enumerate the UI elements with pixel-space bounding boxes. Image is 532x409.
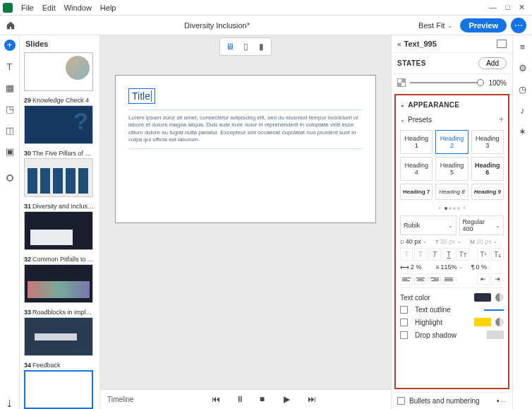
animation-icon[interactable]: ◷ [517, 83, 528, 95]
add-state-button[interactable]: Add [478, 57, 507, 69]
bullets-checkbox[interactable] [397, 397, 405, 405]
style-regular[interactable]: T [400, 248, 413, 261]
shadow-swatch[interactable] [487, 331, 504, 339]
opacity-value: 100% [488, 79, 507, 87]
preset-heading-6[interactable]: Heading 6 [471, 157, 504, 181]
line-height[interactable]: ≡115%⌄ [435, 263, 468, 271]
preset-heading-8[interactable]: Heading 8 [435, 184, 468, 200]
font-family-select[interactable]: Rubik⌄ [400, 215, 457, 235]
back-icon[interactable]: « [397, 40, 401, 48]
more-button[interactable]: ⋯ [511, 18, 526, 33]
size-tablet[interactable]: T38 px⌄ [435, 238, 469, 245]
preset-pager[interactable]: ‹› [400, 203, 504, 213]
preset-heading-9[interactable]: Heading 9 [471, 184, 504, 200]
menu-edit[interactable]: Edit [38, 4, 60, 12]
slide-thumb[interactable]: 32Common Pitfalls to Avoid [24, 256, 95, 303]
record-icon[interactable] [4, 172, 16, 184]
highlight-label: Highlight [415, 319, 470, 326]
highlight-checkbox[interactable] [400, 319, 408, 326]
home-icon[interactable] [6, 20, 16, 30]
stop-icon[interactable]: ■ [260, 394, 271, 405]
preset-heading-7[interactable]: Heading 7 [400, 184, 433, 200]
align-center[interactable] [414, 273, 427, 285]
preset-heading-4[interactable]: Heading 4 [400, 157, 433, 181]
slide-thumb[interactable] [24, 52, 95, 91]
slide-thumb[interactable]: 30The Five Pillars of DEI [24, 150, 95, 197]
components-icon[interactable]: ▣ [4, 146, 16, 157]
indent-decrease-icon[interactable]: ⇤ [477, 273, 490, 285]
text-tool-icon[interactable]: T [4, 61, 16, 72]
align-left[interactable] [400, 273, 413, 285]
bullets-icon [497, 398, 507, 405]
export-icon[interactable]: ⤓ [4, 398, 16, 409]
indent-increase-icon[interactable]: ⇥ [491, 273, 504, 285]
app-logo [3, 3, 13, 13]
desktop-view-icon[interactable]: 🖥 [222, 40, 238, 53]
title-text-frame[interactable]: Title [128, 88, 155, 104]
skip-fwd-icon[interactable]: ⏭ [308, 394, 319, 405]
letter-spacing[interactable]: ⟷2 % [400, 263, 433, 271]
menu-window[interactable]: Window [60, 4, 96, 12]
add-icon[interactable]: + [4, 40, 16, 51]
highlight-opacity-icon[interactable] [495, 318, 504, 326]
slide-thumb[interactable]: 31Diversity and Inclusion Bes... [24, 203, 95, 250]
font-weight-select[interactable]: Regular 400⌄ [459, 215, 504, 235]
maximize-icon[interactable]: □ [505, 3, 510, 12]
style-bold[interactable]: T [414, 248, 427, 261]
bullets-row[interactable]: Bullets and numbering [392, 392, 512, 409]
skip-back-icon[interactable]: ⏮ [212, 394, 223, 405]
text-color-swatch[interactable] [474, 293, 491, 302]
paragraph-spacing[interactable]: ¶0 % [471, 263, 504, 271]
style-italic[interactable]: T [428, 248, 441, 261]
menu-file[interactable]: File [17, 4, 38, 12]
accessibility-icon[interactable]: ✶ [517, 126, 528, 137]
shadow-checkbox[interactable] [400, 331, 408, 339]
widget-tool-icon[interactable]: ◫ [4, 124, 16, 136]
opacity-slider[interactable] [410, 82, 484, 83]
play-pause-icon[interactable]: ⏸ [236, 394, 247, 405]
media-tool-icon[interactable]: ▦ [4, 82, 16, 93]
interactions-icon[interactable]: ⚙ [517, 62, 528, 73]
preset-heading-2[interactable]: Heading 2 [435, 130, 468, 154]
superscript-icon[interactable]: T¹ [477, 248, 490, 261]
slide-thumb[interactable]: 29Knowledge Check 4 [24, 97, 95, 144]
subscript-icon[interactable]: T₁ [491, 248, 504, 261]
opacity-row: 100% [392, 74, 512, 91]
text-outline-checkbox[interactable] [400, 306, 408, 314]
properties-panel: « Text_995 STATES Add 100% ⌄APPEARANCE ⌄… [391, 35, 512, 409]
mobile-view-icon[interactable]: ▮ [253, 40, 269, 53]
align-right[interactable] [428, 273, 441, 285]
left-tool-rail: + T ▦ ◳ ◫ ▣ ⤓ [0, 35, 20, 409]
timeline-label: Timeline [107, 396, 133, 403]
shape-tool-icon[interactable]: ◳ [4, 103, 16, 114]
tablet-view-icon[interactable]: ▯ [238, 40, 253, 53]
size-mobile[interactable]: M20 px⌄ [470, 238, 504, 245]
close-icon[interactable]: ✕ [519, 3, 525, 12]
chevron-down-icon[interactable]: ⌄ [447, 22, 453, 29]
style-underline[interactable]: T [442, 248, 455, 261]
text-color-opacity-icon[interactable] [495, 293, 504, 302]
preset-heading-1[interactable]: Heading 1 [400, 130, 433, 154]
slide-thumb[interactable]: 33Roadblocks in implementi... [24, 309, 95, 356]
minimize-icon[interactable]: — [489, 3, 497, 12]
appearance-title: APPEARANCE [408, 101, 459, 109]
highlight-swatch[interactable] [474, 318, 491, 326]
slide-thumb[interactable]: 34Feedback [24, 362, 95, 409]
body-text[interactable]: Lorem ipsum dolor sit amet, consectetur … [128, 109, 363, 149]
slide-canvas[interactable]: Title Lorem ipsum dolor sit amet, consec… [115, 75, 376, 223]
preset-heading-5[interactable]: Heading 5 [435, 157, 468, 181]
preset-heading-3[interactable]: Heading 3 [471, 130, 504, 154]
size-desktop[interactable]: D40 px⌄ [400, 238, 434, 245]
bounds-icon[interactable] [497, 40, 507, 48]
menu-help[interactable]: Help [96, 4, 121, 12]
outline-swatch[interactable] [484, 309, 504, 311]
properties-icon[interactable]: ≡ [517, 41, 528, 52]
preview-button[interactable]: Preview [460, 18, 507, 32]
zoom-fit[interactable]: Best Fit [418, 21, 445, 30]
add-preset-icon[interactable]: + [499, 114, 504, 124]
play-icon[interactable]: ▶ [284, 394, 295, 405]
audio-icon[interactable]: ♪ [517, 105, 528, 116]
align-justify[interactable] [442, 273, 455, 285]
text-color-label: Text color [400, 294, 470, 302]
style-case[interactable]: Tт [457, 248, 469, 261]
